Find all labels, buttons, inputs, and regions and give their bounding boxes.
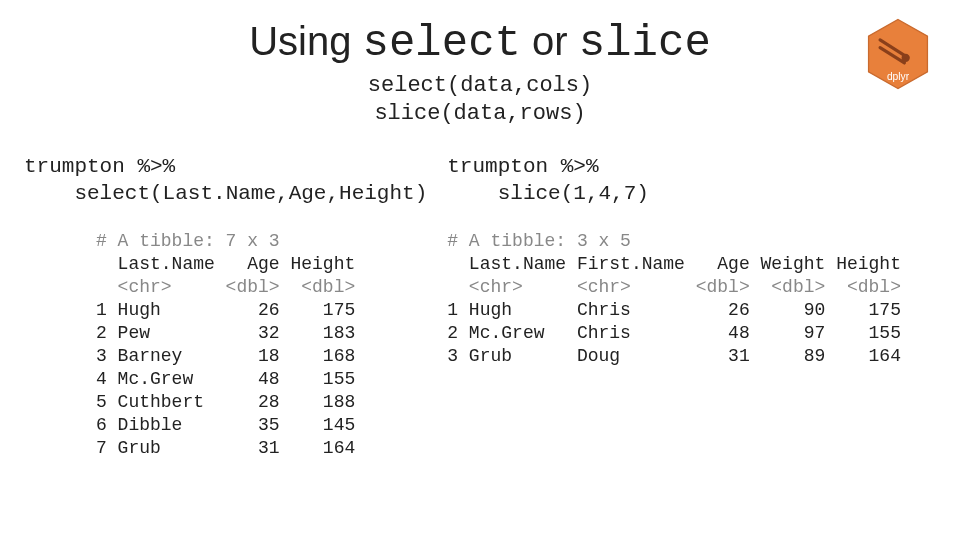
code-line: trumpton %>%	[24, 155, 175, 178]
table-row: 1 Hugh 26 175	[96, 300, 355, 320]
table-row: 1 Hugh Chris 26 90 175	[447, 300, 901, 320]
tibble-col-headers: Last.Name First.Name Age Weight Height	[447, 254, 901, 274]
code-line: slice(1,4,7)	[447, 182, 649, 205]
left-code-block: trumpton %>% select(Last.Name,Age,Height…	[24, 153, 427, 208]
table-row: 4 Mc.Grew 48 155	[96, 369, 355, 389]
code-line: trumpton %>%	[447, 155, 598, 178]
subtitle-line-1: select(data,cols)	[0, 72, 960, 100]
table-row: 3 Grub Doug 31 89 164	[447, 346, 901, 366]
tibble-col-types: <chr> <chr> <dbl> <dbl> <dbl>	[447, 277, 901, 297]
code-line: select(Last.Name,Age,Height)	[24, 182, 427, 205]
right-tibble-output: # A tibble: 3 x 5 Last.Name First.Name A…	[447, 230, 936, 368]
title-keyword-select: select	[363, 18, 521, 68]
table-row: 2 Mc.Grew Chris 48 97 155	[447, 323, 901, 343]
slide-subtitle: select(data,cols) slice(data,rows)	[0, 72, 960, 127]
tibble-col-headers: Last.Name Age Height	[96, 254, 355, 274]
table-row: 5 Cuthbert 28 188	[96, 392, 355, 412]
subtitle-line-2: slice(data,rows)	[0, 100, 960, 128]
svg-point-1	[903, 55, 908, 60]
tibble-dim: # A tibble: 7 x 3	[96, 231, 280, 251]
slide-title: Using select or slice	[0, 18, 960, 68]
content-columns: trumpton %>% select(Last.Name,Age,Height…	[0, 153, 960, 460]
left-tibble-output: # A tibble: 7 x 3 Last.Name Age Height <…	[96, 230, 427, 460]
title-keyword-slice: slice	[579, 18, 711, 68]
right-code-block: trumpton %>% slice(1,4,7)	[447, 153, 936, 208]
logo-label: dplyr	[887, 71, 910, 82]
tibble-dim: # A tibble: 3 x 5	[447, 231, 631, 251]
title-text-pre: Using	[249, 19, 362, 63]
left-column: trumpton %>% select(Last.Name,Age,Height…	[24, 153, 427, 460]
dplyr-logo: dplyr	[866, 18, 930, 90]
table-row: 7 Grub 31 164	[96, 438, 355, 458]
table-row: 2 Pew 32 183	[96, 323, 355, 343]
right-column: trumpton %>% slice(1,4,7) # A tibble: 3 …	[447, 153, 936, 460]
table-row: 6 Dibble 35 145	[96, 415, 355, 435]
title-text-mid: or	[521, 19, 579, 63]
tibble-col-types: <chr> <dbl> <dbl>	[96, 277, 355, 297]
table-row: 3 Barney 18 168	[96, 346, 355, 366]
